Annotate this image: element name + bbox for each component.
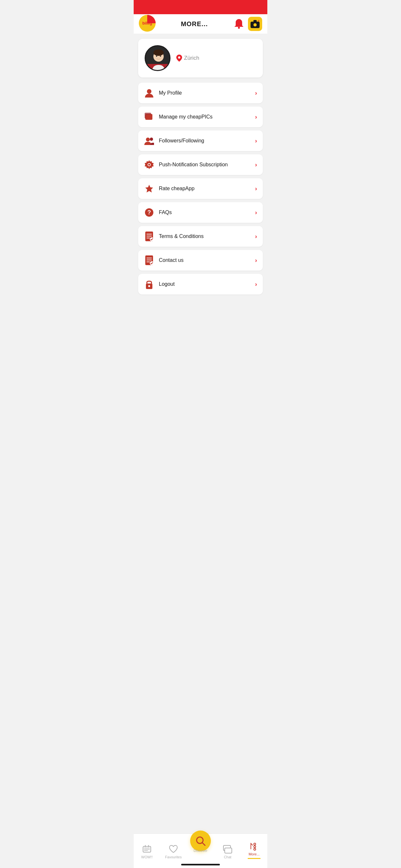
- chevron-icon: ›: [255, 209, 257, 216]
- svg-point-10: [156, 56, 157, 57]
- menu-item-faqs[interactable]: ? FAQs ›: [138, 202, 263, 223]
- svg-point-17: [146, 137, 150, 142]
- menu-item-manage-cheapPICs[interactable]: Manage my cheapPICs ›: [138, 106, 263, 127]
- menu-label-logout: Logout: [159, 281, 175, 287]
- lock-icon: [144, 279, 154, 289]
- menu-item-terms-conditions[interactable]: Terms & Conditions ›: [138, 226, 263, 247]
- question-circle-icon: ?: [144, 207, 154, 218]
- profile-card: Zürich: [138, 39, 263, 78]
- menu-label-faqs: FAQs: [159, 210, 172, 215]
- people-icon: [144, 135, 154, 146]
- menu-label-contact-us: Contact us: [159, 257, 183, 263]
- add-photo-button[interactable]: +: [248, 17, 262, 31]
- person-icon: [144, 88, 154, 98]
- svg-text:billig: billig: [143, 21, 152, 26]
- chevron-icon: ›: [255, 137, 257, 144]
- header-title: MORE...: [181, 20, 208, 28]
- menu-item-logout[interactable]: Logout ›: [138, 274, 263, 294]
- logo[interactable]: billig: [139, 15, 156, 33]
- status-bar: [134, 0, 267, 14]
- chevron-icon: ›: [255, 161, 257, 168]
- svg-marker-21: [145, 185, 153, 192]
- chevron-icon: ›: [255, 185, 257, 192]
- menu-label-terms-conditions: Terms & Conditions: [159, 234, 204, 239]
- svg-point-4: [253, 23, 257, 27]
- svg-point-35: [148, 285, 150, 287]
- location-pin-icon: [176, 55, 182, 62]
- header-actions: +: [233, 17, 262, 31]
- chevron-icon: ›: [255, 90, 257, 97]
- menu-label-rate-cheapapp: Rate cheapApp: [159, 186, 194, 191]
- images-icon: [144, 112, 154, 122]
- notification-bell-icon[interactable]: [233, 18, 245, 30]
- document-check-icon: [144, 231, 154, 242]
- menu-item-rate-cheapapp[interactable]: Rate cheapApp ›: [138, 178, 263, 199]
- svg-rect-16: [146, 115, 152, 120]
- menu-label-my-profile: My Profile: [159, 90, 182, 96]
- chevron-icon: ›: [255, 114, 257, 120]
- location-row: Zürich: [176, 55, 199, 62]
- svg-point-9: [153, 50, 164, 56]
- svg-point-11: [160, 56, 161, 57]
- svg-point-20: [148, 164, 150, 166]
- svg-rect-5: [253, 20, 257, 22]
- menu-item-contact-us[interactable]: Contact us ›: [138, 250, 263, 271]
- menu-item-push-notification[interactable]: Push-Notification Subscription ›: [138, 154, 263, 175]
- gear-icon: [144, 159, 154, 170]
- location-text: Zürich: [184, 55, 199, 61]
- svg-point-12: [178, 57, 181, 59]
- menu-label-followers-following: Followers/Following: [159, 138, 204, 144]
- menu-label-manage-cheapPICs: Manage my cheapPICs: [159, 114, 212, 120]
- star-icon: [144, 183, 154, 194]
- chevron-icon: ›: [255, 281, 257, 288]
- avatar[interactable]: [145, 45, 171, 71]
- svg-text:+: +: [258, 20, 259, 23]
- menu-section: My Profile › Manage my cheapPICs ›: [134, 83, 267, 294]
- chevron-icon: ›: [255, 257, 257, 264]
- menu-item-my-profile[interactable]: My Profile ›: [138, 83, 263, 103]
- menu-label-push-notification: Push-Notification Subscription: [159, 162, 227, 167]
- contact-document-icon: [144, 255, 154, 266]
- svg-point-2: [238, 27, 240, 29]
- svg-text:?: ?: [148, 209, 151, 216]
- svg-point-18: [150, 137, 153, 141]
- header: billig MORE... +: [134, 14, 267, 34]
- menu-item-followers-following[interactable]: Followers/Following ›: [138, 130, 263, 151]
- chevron-icon: ›: [255, 233, 257, 240]
- svg-point-13: [147, 89, 151, 94]
